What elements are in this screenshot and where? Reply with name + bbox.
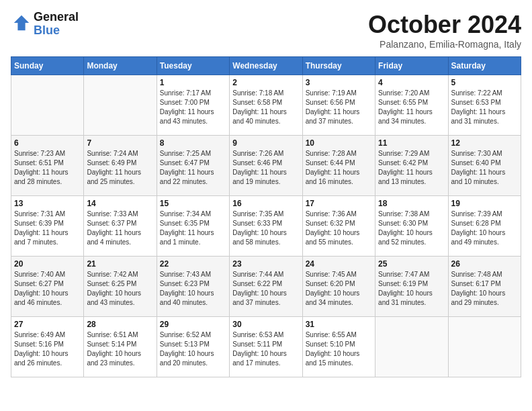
day-number: 9 (232, 138, 299, 148)
day-info: Sunrise: 7:24 AMSunset: 6:49 PMDaylight:… (87, 149, 153, 187)
day-info: Sunrise: 7:44 AMSunset: 6:22 PMDaylight:… (232, 270, 299, 308)
calendar-table: SundayMondayTuesdayWednesdayThursdayFrid… (11, 56, 521, 377)
day-number: 14 (87, 199, 153, 208)
day-number: 6 (14, 138, 81, 148)
logo-icon (12, 13, 31, 32)
day-info: Sunrise: 7:38 AMSunset: 6:30 PMDaylight:… (378, 210, 445, 247)
day-number: 15 (160, 199, 226, 208)
calendar-cell: 2Sunrise: 7:18 AMSunset: 6:58 PMDaylight… (230, 75, 302, 136)
logo: General Blue (11, 11, 79, 38)
day-number: 29 (160, 320, 226, 329)
day-number: 16 (232, 199, 299, 208)
calendar-cell: 25Sunrise: 7:47 AMSunset: 6:19 PMDayligh… (375, 257, 448, 317)
day-info: Sunrise: 7:25 AMSunset: 6:47 PMDaylight:… (160, 149, 226, 187)
calendar-week-5: 27Sunrise: 6:49 AMSunset: 5:16 PMDayligh… (11, 317, 521, 377)
calendar-week-4: 20Sunrise: 7:40 AMSunset: 6:27 PMDayligh… (11, 257, 521, 317)
day-number: 24 (306, 259, 372, 269)
day-info: Sunrise: 7:42 AMSunset: 6:25 PMDaylight:… (87, 270, 153, 308)
col-header-tuesday: Tuesday (157, 57, 229, 75)
day-info: Sunrise: 7:39 AMSunset: 6:28 PMDaylight:… (451, 210, 518, 247)
col-header-monday: Monday (84, 57, 157, 75)
col-header-sunday: Sunday (11, 57, 84, 75)
day-number: 18 (378, 199, 445, 208)
calendar-cell: 16Sunrise: 7:35 AMSunset: 6:33 PMDayligh… (230, 196, 302, 257)
day-info: Sunrise: 7:22 AMSunset: 6:53 PMDaylight:… (451, 89, 518, 126)
day-number: 21 (87, 259, 153, 269)
day-info: Sunrise: 7:35 AMSunset: 6:33 PMDaylight:… (232, 210, 299, 247)
day-info: Sunrise: 7:33 AMSunset: 6:37 PMDaylight:… (87, 210, 153, 247)
calendar-cell (448, 317, 521, 377)
day-info: Sunrise: 6:55 AMSunset: 5:10 PMDaylight:… (306, 330, 372, 368)
calendar-cell: 9Sunrise: 7:26 AMSunset: 6:46 PMDaylight… (230, 136, 302, 196)
day-number: 25 (378, 259, 445, 269)
day-number: 4 (378, 78, 445, 87)
day-info: Sunrise: 7:18 AMSunset: 6:58 PMDaylight:… (232, 89, 299, 126)
calendar-cell (375, 317, 448, 377)
col-header-friday: Friday (375, 57, 448, 75)
day-number: 5 (451, 78, 518, 87)
page-header: General Blue October 2024 Palanzano, Emi… (11, 11, 521, 50)
day-info: Sunrise: 7:40 AMSunset: 6:27 PMDaylight:… (14, 270, 81, 308)
day-number: 1 (160, 78, 226, 87)
day-info: Sunrise: 7:30 AMSunset: 6:40 PMDaylight:… (451, 149, 518, 187)
calendar-cell: 10Sunrise: 7:28 AMSunset: 6:44 PMDayligh… (302, 136, 375, 196)
calendar-header-row: SundayMondayTuesdayWednesdayThursdayFrid… (11, 57, 521, 75)
calendar-cell: 1Sunrise: 7:17 AMSunset: 7:00 PMDaylight… (157, 75, 229, 136)
calendar-cell: 12Sunrise: 7:30 AMSunset: 6:40 PMDayligh… (448, 136, 521, 196)
calendar-cell: 13Sunrise: 7:31 AMSunset: 6:39 PMDayligh… (11, 196, 84, 257)
day-info: Sunrise: 7:28 AMSunset: 6:44 PMDaylight:… (306, 149, 372, 187)
day-number: 8 (160, 138, 226, 148)
day-number: 11 (378, 138, 445, 148)
day-number: 26 (451, 259, 518, 269)
day-number: 23 (232, 259, 299, 269)
day-number: 20 (14, 259, 81, 269)
col-header-saturday: Saturday (448, 57, 521, 75)
calendar-cell: 27Sunrise: 6:49 AMSunset: 5:16 PMDayligh… (11, 317, 84, 377)
day-info: Sunrise: 7:45 AMSunset: 6:20 PMDaylight:… (306, 270, 372, 308)
calendar-cell: 4Sunrise: 7:20 AMSunset: 6:55 PMDaylight… (375, 75, 448, 136)
calendar-cell: 23Sunrise: 7:44 AMSunset: 6:22 PMDayligh… (230, 257, 302, 317)
calendar-week-1: 1Sunrise: 7:17 AMSunset: 7:00 PMDaylight… (11, 75, 521, 136)
col-header-thursday: Thursday (302, 57, 375, 75)
calendar-cell: 30Sunrise: 6:53 AMSunset: 5:11 PMDayligh… (230, 317, 302, 377)
day-number: 7 (87, 138, 153, 148)
title-block: October 2024 Palanzano, Emilia-Romagna, … (368, 11, 521, 50)
calendar-body: 1Sunrise: 7:17 AMSunset: 7:00 PMDaylight… (11, 75, 521, 377)
location-subtitle: Palanzano, Emilia-Romagna, Italy (368, 39, 521, 50)
day-info: Sunrise: 6:52 AMSunset: 5:13 PMDaylight:… (160, 330, 226, 368)
day-info: Sunrise: 7:48 AMSunset: 6:17 PMDaylight:… (451, 270, 518, 308)
calendar-cell: 24Sunrise: 7:45 AMSunset: 6:20 PMDayligh… (302, 257, 375, 317)
calendar-cell (11, 75, 84, 136)
col-header-wednesday: Wednesday (230, 57, 302, 75)
calendar-cell: 15Sunrise: 7:34 AMSunset: 6:35 PMDayligh… (157, 196, 229, 257)
calendar-cell (84, 75, 157, 136)
calendar-cell: 8Sunrise: 7:25 AMSunset: 6:47 PMDaylight… (157, 136, 229, 196)
calendar-cell: 3Sunrise: 7:19 AMSunset: 6:56 PMDaylight… (302, 75, 375, 136)
svg-marker-0 (14, 15, 29, 30)
day-info: Sunrise: 7:43 AMSunset: 6:23 PMDaylight:… (160, 270, 226, 308)
calendar-cell: 29Sunrise: 6:52 AMSunset: 5:13 PMDayligh… (157, 317, 229, 377)
day-info: Sunrise: 7:36 AMSunset: 6:32 PMDaylight:… (306, 210, 372, 247)
day-info: Sunrise: 7:26 AMSunset: 6:46 PMDaylight:… (232, 149, 299, 187)
day-info: Sunrise: 7:23 AMSunset: 6:51 PMDaylight:… (14, 149, 81, 187)
day-number: 17 (306, 199, 372, 208)
calendar-cell: 21Sunrise: 7:42 AMSunset: 6:25 PMDayligh… (84, 257, 157, 317)
day-number: 22 (160, 259, 226, 269)
day-number: 2 (232, 78, 299, 87)
day-info: Sunrise: 7:47 AMSunset: 6:19 PMDaylight:… (378, 270, 445, 308)
day-info: Sunrise: 6:53 AMSunset: 5:11 PMDaylight:… (232, 330, 299, 368)
day-number: 30 (232, 320, 299, 329)
day-number: 3 (306, 78, 372, 87)
logo-line2: Blue (34, 24, 79, 38)
day-info: Sunrise: 6:49 AMSunset: 5:16 PMDaylight:… (14, 330, 81, 368)
day-number: 28 (87, 320, 153, 329)
day-number: 13 (14, 199, 81, 208)
calendar-cell: 5Sunrise: 7:22 AMSunset: 6:53 PMDaylight… (448, 75, 521, 136)
calendar-cell: 14Sunrise: 7:33 AMSunset: 6:37 PMDayligh… (84, 196, 157, 257)
day-number: 27 (14, 320, 81, 329)
day-info: Sunrise: 7:34 AMSunset: 6:35 PMDaylight:… (160, 210, 226, 247)
calendar-cell: 19Sunrise: 7:39 AMSunset: 6:28 PMDayligh… (448, 196, 521, 257)
calendar-cell: 26Sunrise: 7:48 AMSunset: 6:17 PMDayligh… (448, 257, 521, 317)
day-info: Sunrise: 7:19 AMSunset: 6:56 PMDaylight:… (306, 89, 372, 126)
calendar-cell: 11Sunrise: 7:29 AMSunset: 6:42 PMDayligh… (375, 136, 448, 196)
